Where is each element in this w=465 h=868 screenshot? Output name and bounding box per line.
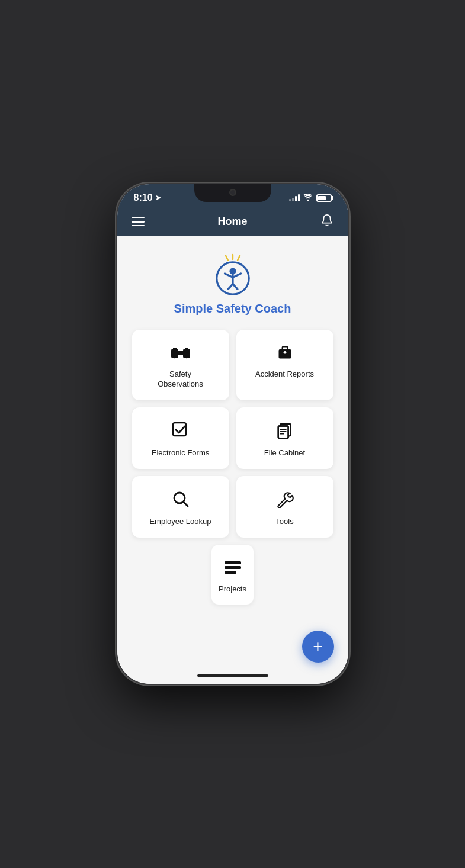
search-icon: [172, 490, 190, 511]
checkbox-icon: [172, 422, 190, 442]
notch: [194, 184, 271, 202]
file-cabinet-card[interactable]: File Cabinet: [236, 407, 333, 469]
hamburger-menu-button[interactable]: [132, 217, 145, 227]
safety-observations-label: SafetyObservations: [158, 369, 203, 390]
svg-line-7: [226, 256, 228, 261]
svg-rect-16: [185, 348, 188, 351]
svg-line-5: [228, 284, 233, 290]
nav-title: Home: [217, 216, 247, 228]
wifi-icon: [303, 193, 313, 202]
phone-screen: 8:10 ➤ Home: [117, 184, 348, 684]
svg-point-1: [229, 268, 236, 274]
home-indicator: [117, 670, 348, 684]
app-title: Simple Safety Coach: [174, 302, 291, 316]
files-icon: [276, 422, 294, 442]
accident-reports-card[interactable]: Accident Reports: [236, 330, 333, 400]
logo-section: Simple Safety Coach: [174, 250, 291, 316]
file-cabinet-label: File Cabinet: [264, 448, 305, 458]
tools-card[interactable]: Tools: [236, 476, 333, 538]
fab-plus-icon: +: [313, 638, 322, 655]
wrench-icon: [276, 490, 294, 511]
binoculars-icon: [171, 344, 190, 364]
notification-bell-icon[interactable]: [320, 214, 333, 230]
svg-rect-29: [225, 561, 241, 564]
electronic-forms-card[interactable]: Electronic Forms: [132, 407, 229, 469]
status-icons: [289, 193, 332, 202]
svg-rect-22: [278, 426, 288, 438]
svg-rect-15: [173, 348, 177, 351]
svg-line-28: [183, 501, 188, 506]
battery-icon: [316, 194, 332, 202]
safety-observations-card[interactable]: SafetyObservations: [132, 330, 229, 400]
electronic-forms-label: Electronic Forms: [152, 448, 210, 458]
tools-label: Tools: [275, 517, 293, 527]
home-bar: [197, 674, 268, 677]
app-logo: [209, 250, 256, 297]
projects-card[interactable]: Projects: [211, 545, 254, 605]
svg-rect-31: [225, 571, 236, 574]
signal-icon: [289, 194, 300, 201]
accident-reports-label: Accident Reports: [255, 369, 314, 380]
fab-add-button[interactable]: +: [302, 631, 334, 663]
status-time: 8:10 ➤: [134, 192, 161, 203]
main-content: Simple Safety Coach: [117, 236, 348, 670]
svg-rect-30: [225, 566, 241, 569]
svg-rect-20: [173, 423, 186, 436]
projects-label: Projects: [219, 584, 246, 594]
employee-lookup-card[interactable]: Employee Lookup: [132, 476, 229, 538]
employee-lookup-label: Employee Lookup: [149, 517, 211, 527]
svg-line-6: [233, 284, 238, 290]
briefcase-medical-icon: [275, 344, 294, 364]
phone-frame: 8:10 ➤ Home: [117, 184, 348, 684]
projects-list-icon: [223, 559, 242, 578]
camera: [229, 189, 236, 196]
nav-bar: Home: [117, 208, 348, 236]
svg-line-9: [238, 256, 240, 261]
location-icon: ➤: [155, 194, 161, 202]
svg-rect-19: [284, 351, 286, 353]
menu-grid: SafetyObservations Accident Reports: [132, 330, 333, 605]
